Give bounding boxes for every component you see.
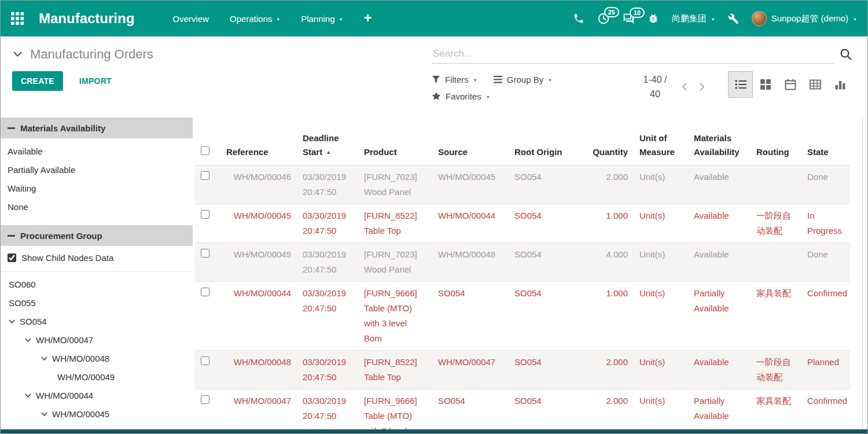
import-button[interactable]: IMPORT [79,76,112,86]
section-materials-availability[interactable]: Materials Availability [1,117,193,138]
tree-item[interactable]: SO060 [1,275,193,294]
cell-source: WH/MO/00045 [432,165,509,204]
cell-unit-of-measure: Unit(s) [634,204,688,243]
table-row[interactable]: WH/MO/00044 03/30/2019 20:47:50 [FURN_96… [195,282,850,351]
table-row[interactable]: WH/MO/00049 03/30/2019 20:47:50 [FURN_70… [195,243,850,282]
list-view: Reference Deadline Start▲ Product Source… [193,117,863,434]
wrench-icon [728,13,739,24]
procurement-tree: SO060 SO055 SO054 WH/MO/00047 [1,271,193,424]
table-row[interactable]: WH/MO/00048 03/30/2019 20:47:50 [FURN_85… [195,351,850,389]
cell-root-origin: SO054 [509,204,585,243]
caret-down-icon: ▼ [339,17,343,21]
activities-button[interactable]: 25 [597,12,610,25]
row-checkbox[interactable] [201,210,209,219]
debug-button[interactable] [648,13,659,24]
user-menu[interactable]: Sunpop超管 (demo) ▼ [752,11,857,26]
column-source[interactable]: Source [432,117,509,165]
tree-item[interactable]: WH/MO/00048 [1,350,193,368]
cell-product: [FURN_8522] Table Top [358,351,432,389]
activities-badge: 25 [604,7,619,17]
dash-icon [8,235,15,237]
column-unit-of-measure[interactable]: Unit of Measure [634,117,688,165]
menu-item[interactable]: Overview▼ [172,14,209,24]
tree-item[interactable]: WH/MO/00045 [1,405,193,424]
table-row[interactable]: WH/MO/00046 03/30/2019 20:47:50 [FURN_70… [195,165,850,204]
section-procurement-group[interactable]: Procurement Group [1,225,193,246]
cell-reference: WH/MO/00047 [220,389,297,434]
cell-deadline-start: 03/30/2019 20:47:50 [297,204,358,243]
cell-source: SO054 [432,389,509,434]
availability-filter-option[interactable]: None [1,198,193,216]
menu-item-label: Operations [230,14,272,24]
column-routing[interactable]: Routing [751,117,801,165]
row-checkbox[interactable] [201,395,209,404]
cell-source: WH/MO/00048 [432,243,509,282]
column-state[interactable]: State [801,117,850,165]
horizontal-scrollbar[interactable] [1,429,867,433]
availability-filter-option[interactable]: Partially Available [1,161,193,179]
filters-button[interactable]: Filters ▼ [432,75,477,84]
company-switcher[interactable]: 尚鹏集团▼ [672,13,715,24]
row-checkbox[interactable] [201,356,209,365]
star-icon [432,92,441,101]
cell-materials-availability: Available [688,165,751,204]
messages-button[interactable]: 10 [623,13,635,25]
cell-select [195,165,220,204]
pager-next-button[interactable] [698,80,706,94]
select-all-checkbox[interactable] [201,146,209,155]
column-reference[interactable]: Reference [220,117,297,165]
menu-item[interactable]: Planning▼ [301,14,343,24]
show-child-nodes-toggle[interactable]: Show Child Nodes Data [1,246,193,269]
tree-item[interactable]: SO054 [1,312,193,331]
search-panel: Materials Availability Available Partial… [1,117,193,434]
table-row[interactable]: WH/MO/00047 03/30/2019 20:47:50 [FURN_96… [195,389,850,434]
column-materials-availability[interactable]: Materials Availability [688,117,751,165]
kanban-view-button[interactable] [753,71,778,98]
cell-unit-of-measure: Unit(s) [634,282,688,351]
phone-button[interactable] [573,13,584,24]
cell-select [195,204,220,243]
tree-item[interactable]: SO055 [1,294,193,312]
chevron-left-icon [682,82,687,91]
tree-item[interactable]: WH/MO/00044 [1,387,193,405]
column-quantity[interactable]: Quantity [585,117,634,165]
create-button[interactable]: CREATE [12,71,63,91]
row-checkbox[interactable] [201,249,209,258]
menu-item[interactable]: Operations▼ [230,14,280,24]
messages-badge: 10 [630,8,645,18]
control-panel: Manufacturing Orders CREATE IMPORT [1,36,867,117]
column-product[interactable]: Product [358,117,432,165]
list-view-button[interactable] [728,71,753,98]
group-by-bars-icon [494,76,502,83]
graph-view-button[interactable] [827,71,852,98]
availability-filter-option[interactable]: Available [1,142,193,161]
pager-previous-button[interactable] [681,80,689,94]
cell-product: [FURN_9666] Table (MTO) with 3 level Bom [358,282,432,351]
search-input[interactable] [432,45,834,64]
cell-unit-of-measure: Unit(s) [634,165,688,204]
calendar-view-button[interactable] [778,71,803,98]
availability-filter-option[interactable]: Waiting [1,179,193,198]
new-menu-button[interactable]: + [363,11,372,27]
dash-icon [8,127,15,129]
group-by-button[interactable]: Group By ▼ [494,75,552,84]
cell-root-origin: SO054 [509,243,585,282]
tree-item-label: SO060 [9,275,36,294]
pager: 1-40 / 40 [639,71,706,101]
row-checkbox[interactable] [201,288,209,296]
column-deadline-start[interactable]: Deadline Start▲ [297,117,358,165]
apps-menu-button[interactable] [11,12,24,25]
list-view-icon [735,79,746,90]
show-child-nodes-checkbox[interactable] [8,253,16,262]
table-row[interactable]: WH/MO/00045 03/30/2019 20:47:50 [FURN_85… [195,204,850,243]
column-root-origin[interactable]: Root Origin [509,117,585,165]
cell-root-origin: SO054 [509,165,585,204]
tree-item[interactable]: WH/MO/00047 [1,331,193,350]
support-button[interactable] [728,13,739,24]
pivot-view-button[interactable] [803,71,827,98]
favorites-button[interactable]: Favorites ▼ [432,91,490,101]
breadcrumb-toggle[interactable] [12,50,23,58]
row-checkbox[interactable] [201,171,209,180]
tree-item[interactable]: WH/MO/00049 [1,368,193,387]
search-icon[interactable] [840,48,852,61]
